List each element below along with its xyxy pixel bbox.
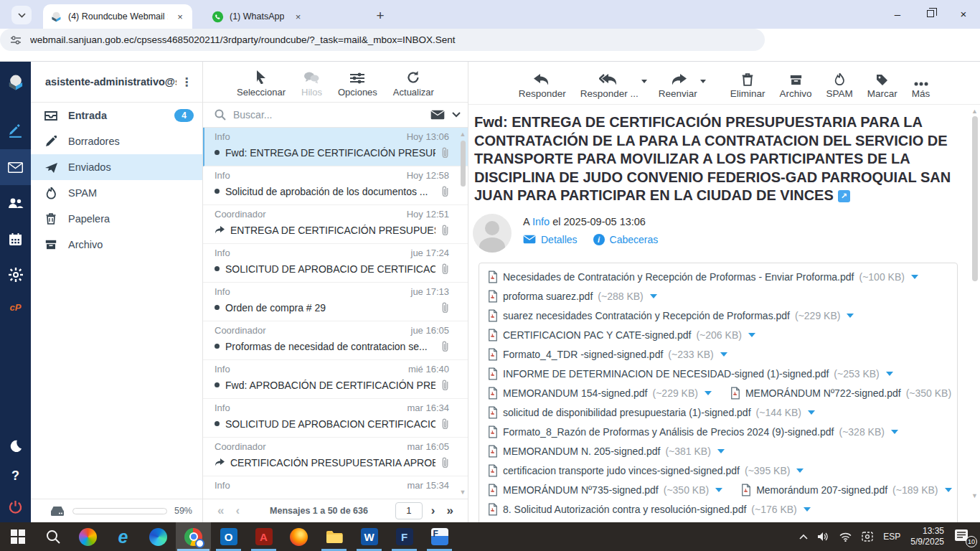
forward-button[interactable]: Reenviar	[659, 74, 697, 99]
language-indicator[interactable]: ESP	[883, 532, 900, 542]
headers-toggle[interactable]: i Cabeceras	[593, 234, 659, 245]
message-row[interactable]: Infojue 17:13 Orden de compra # 29	[203, 283, 468, 321]
attachment-item[interactable]: proforma suarez.pdf(~288 KB)	[488, 290, 657, 303]
attachment-menu-caret[interactable]	[847, 314, 854, 318]
message-row[interactable]: InfoHoy 12:58 Solicitud de aprobación de…	[203, 166, 468, 205]
prev-page-button[interactable]: ‹	[230, 504, 245, 518]
copilot-icon[interactable]	[70, 522, 105, 551]
attachment-item[interactable]: 8. Solicitud Autorización contra y resol…	[488, 503, 811, 516]
attachment-item[interactable]: suarez necesidades Contratación y Recepc…	[488, 309, 854, 322]
attachment-menu-caret[interactable]	[705, 391, 712, 395]
mail-nav-icon[interactable]	[0, 149, 31, 185]
attachment-item[interactable]: MEMORÁNDUM Nº722-signed.pdf(~350 KB)	[730, 387, 958, 400]
folder-archivo[interactable]: Archivo	[31, 232, 202, 258]
attachment-item[interactable]: MEMORANDUM N. 205-signed.pdf(~381 KB)	[488, 445, 725, 458]
options-button[interactable]: Opciones	[338, 72, 377, 98]
volume-icon[interactable]	[818, 532, 829, 542]
next-page-button[interactable]: ›	[425, 504, 441, 518]
search-placeholder[interactable]: Buscar...	[233, 109, 423, 121]
tab-close-icon[interactable]: ×	[175, 10, 185, 23]
message-row[interactable]: InfoHoy 13:06 Fwd: ENTREGA DE CERTIFICAC…	[203, 128, 468, 166]
new-tab-button[interactable]: +	[372, 7, 389, 24]
attachment-menu-caret[interactable]	[796, 468, 804, 473]
attachment-item[interactable]: INFORME DE DETERMINACION DE NECESIDAD-si…	[488, 367, 893, 380]
message-row[interactable]: Infojue 17:24 SOLICITUD DE APROBACIO DE …	[203, 244, 468, 283]
last-page-button[interactable]: »	[441, 504, 459, 518]
attachment-item[interactable]: Formato_8_Razón de Proformas y Análisis …	[488, 425, 898, 438]
first-page-button[interactable]: «	[212, 504, 230, 518]
message-row[interactable]: Coordinadorjue 16:05 Proformas de necesi…	[203, 321, 468, 360]
folder-papelera[interactable]: Papelera	[31, 206, 202, 232]
attachment-item[interactable]: CERTIFICACION PAC Y CATE-signed.pdf(~206…	[488, 329, 755, 342]
tab-search-icon[interactable]	[11, 6, 32, 24]
folder-entrada[interactable]: Entrada 4	[31, 103, 202, 128]
reading-scroll-up-icon[interactable]: ▲	[971, 108, 978, 115]
reply-button[interactable]: Responder	[519, 74, 566, 99]
archive-button[interactable]: Archivo	[780, 74, 812, 99]
list-scroll-up-icon[interactable]: ▲	[459, 131, 466, 138]
mark-button[interactable]: Marcar	[867, 74, 897, 99]
folder-spam[interactable]: SPAM	[31, 180, 202, 206]
attachment-item[interactable]: MEMORANDUM 154-signed.pdf(~229 KB)	[488, 387, 712, 400]
window-minimize-button[interactable]: –	[881, 0, 914, 27]
select-button[interactable]: Seleccionar	[237, 70, 286, 98]
folder-borradores[interactable]: Borradores	[31, 128, 202, 154]
tray-expand-icon[interactable]	[799, 534, 808, 540]
window-close-button[interactable]: ×	[947, 0, 980, 27]
reading-scrollbar-thumb[interactable]	[972, 116, 978, 281]
outlook-icon[interactable]: O	[211, 522, 246, 551]
site-settings-icon[interactable]	[10, 34, 22, 46]
chrome-icon[interactable]	[176, 522, 211, 551]
list-scroll-down-icon[interactable]: ▼	[459, 489, 466, 496]
contacts-nav-icon[interactable]	[0, 185, 31, 221]
cpanel-icon[interactable]: cP	[0, 293, 31, 321]
attachment-menu-caret[interactable]	[748, 333, 755, 337]
attachment-item[interactable]: Memorándum 207-signed.pdf(~189 KB)	[741, 484, 951, 496]
edge-icon[interactable]	[141, 522, 176, 551]
attachment-menu-caret[interactable]	[808, 410, 815, 415]
help-icon[interactable]: ?	[0, 461, 31, 491]
attachment-item[interactable]: certificacion transporte judo vinces-sig…	[488, 464, 804, 477]
attachment-menu-caret[interactable]	[717, 449, 725, 453]
wifi-icon[interactable]	[839, 532, 852, 542]
dark-mode-icon[interactable]	[0, 430, 31, 461]
page-number-input[interactable]: 1	[395, 502, 423, 519]
notifications-icon[interactable]: 10	[954, 529, 973, 545]
more-button[interactable]: Más	[912, 76, 930, 99]
internet-explorer-icon[interactable]: e	[105, 522, 141, 551]
attachment-menu-caret[interactable]	[650, 294, 657, 298]
search-bar[interactable]: Buscar...	[203, 103, 468, 128]
attachment-item[interactable]: Formato_4_TDR -signed-signed.pdf(~233 KB…	[488, 348, 727, 361]
window-restore-button[interactable]	[914, 0, 947, 27]
attachment-menu-caret[interactable]	[945, 488, 952, 492]
word-icon[interactable]: W	[352, 522, 387, 551]
firefox-icon[interactable]	[281, 522, 316, 551]
unknown-app-icon-1[interactable]: F	[387, 522, 422, 551]
search-options-chevron-icon[interactable]	[452, 112, 461, 118]
attachment-menu-caret[interactable]	[891, 430, 898, 434]
message-row[interactable]: Infomié 16:40 Fwd: APROBACIÓN DE CERTIFI…	[203, 360, 468, 399]
details-toggle[interactable]: Detalles	[523, 234, 578, 245]
message-row[interactable]: Infomar 16:34 SOLICITUD DE APROBACION CE…	[203, 399, 468, 438]
attachment-menu-caret[interactable]	[715, 488, 722, 492]
calendar-nav-icon[interactable]	[0, 221, 31, 257]
open-in-new-icon[interactable]: ↗	[838, 190, 850, 202]
attachment-menu-caret[interactable]	[804, 507, 811, 512]
threads-button[interactable]: Hilos	[301, 72, 322, 98]
settings-nav-icon[interactable]	[0, 257, 31, 293]
spam-button[interactable]: SPAM	[826, 73, 853, 99]
unknown-app-icon-2[interactable]: F	[422, 522, 457, 551]
compose-icon[interactable]	[0, 113, 31, 149]
list-scrollbar-thumb[interactable]	[461, 141, 466, 187]
attachment-item[interactable]: MEMORÁNDUM Nº735-signed.pdf(~350 KB)	[488, 484, 722, 496]
attachment-menu-caret[interactable]	[886, 372, 893, 376]
attachment-menu-caret[interactable]	[720, 352, 727, 357]
attachment-item[interactable]: Necesidades de Contratación y Recepción …	[488, 270, 918, 283]
start-button[interactable]	[0, 522, 35, 551]
search-scope-mail-icon[interactable]	[430, 110, 445, 120]
delete-button[interactable]: Eliminar	[730, 73, 765, 99]
logout-icon[interactable]	[0, 491, 31, 522]
message-row[interactable]: Coordinadormar 16:05 CERTIFICACIÓN PRESU…	[203, 438, 468, 476]
forward-caret-icon[interactable]	[700, 80, 706, 83]
folder-enviados[interactable]: Enviados	[31, 154, 202, 180]
